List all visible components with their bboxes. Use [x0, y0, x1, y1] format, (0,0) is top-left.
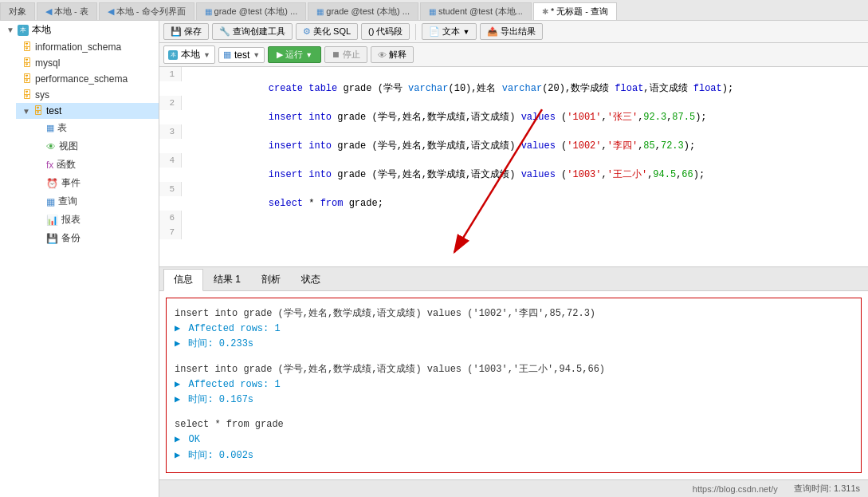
- tab-grade-test1-label: grade @test (本地) ...: [214, 6, 298, 18]
- tab-grade-test2[interactable]: ▦ grade @test (本地) ...: [308, 2, 418, 20]
- save-icon: 💾: [171, 26, 182, 37]
- sidebar-test-label: test: [46, 105, 61, 116]
- db-icon-mysql: 🗄: [22, 57, 32, 69]
- code-line-7: 7: [159, 225, 868, 239]
- toolbar-row2: 本 本地 ▼ ▦ test ▼ ▶ 运行 ▼ ⏹ 停止: [159, 43, 868, 67]
- sidebar-item-test[interactable]: ▼ 🗄 test: [16, 103, 159, 119]
- tab-grade-test1[interactable]: ▦ grade @test (本地) ...: [196, 2, 307, 20]
- output-query-1: insert into grade (学号,姓名,数学成绩,语文成绩) valu…: [175, 306, 853, 321]
- text-button[interactable]: 📄 文本 ▼: [422, 23, 477, 40]
- toolbar-row1: 💾 保存 🔧 查询创建工具 ⚙ 美化 SQL () 代码段 📄 文本: [159, 21, 868, 43]
- output-query-3: select * from grade: [175, 417, 853, 432]
- result-tab-result1[interactable]: 结果 1: [203, 269, 251, 290]
- queries-icon: ▦: [46, 196, 55, 207]
- text-dropdown-icon: ▼: [462, 28, 469, 36]
- sidebar-item-views[interactable]: 👁 视图: [40, 137, 159, 156]
- sidebar-info-schema-label: information_schema: [35, 41, 121, 53]
- sidebar-item-events[interactable]: ⏰ 事件: [40, 174, 159, 192]
- sidebar-perf-schema-label: performance_schema: [35, 73, 128, 85]
- sidebar-item-mysql[interactable]: 🗄 mysql: [16, 55, 159, 71]
- tab-local-cmd[interactable]: ◀ 本地 - 命令列界面: [99, 2, 194, 20]
- sidebar: ▼ 本 本地 🗄 information_schema 🗄 mysql 🗄 pe…: [0, 21, 159, 497]
- editor-wrapper: 1 create table grade (学号 varchar(10),姓名 …: [159, 67, 868, 479]
- tab-object-label: 对象: [9, 6, 26, 18]
- toolbar-sep1: [415, 24, 416, 40]
- db-selector[interactable]: ▦ test ▼: [218, 47, 265, 63]
- sidebar-events-label: 事件: [61, 176, 81, 190]
- sidebar-queries-label: 查询: [58, 195, 77, 208]
- export-icon: 📤: [487, 26, 498, 37]
- content-area: 💾 保存 🔧 查询创建工具 ⚙ 美化 SQL () 代码段 📄 文本: [159, 21, 868, 497]
- result-tab-profile[interactable]: 剖析: [251, 269, 291, 290]
- tab-untitled-query-label: * 无标题 - 查询: [551, 6, 608, 18]
- status-query-time: 查询时间: 1.311s: [794, 483, 860, 495]
- sidebar-functions-label: 函数: [57, 158, 76, 172]
- sidebar-item-local[interactable]: ▼ 本 本地: [0, 21, 159, 39]
- sidebar-item-queries[interactable]: ▦ 查询: [40, 192, 159, 211]
- output-ok-3: ▶ OK: [175, 432, 853, 448]
- stop-button[interactable]: ⏹ 停止: [324, 46, 367, 63]
- db-icon-info-schema: 🗄: [22, 41, 32, 53]
- export-button[interactable]: 📤 导出结果: [480, 23, 543, 40]
- tab-local-table-label: 本地 - 表: [54, 6, 88, 18]
- tab-student-test-label: student @test (本地...: [438, 6, 523, 18]
- connection-selector[interactable]: 本 本地 ▼: [163, 45, 215, 64]
- tab-grade-test2-label: grade @test (本地) ...: [326, 6, 410, 18]
- sidebar-item-functions[interactable]: fx 函数: [40, 156, 159, 174]
- explain-icon: 👁: [378, 50, 387, 60]
- code-line-1: 1 create table grade (学号 varchar(10),姓名 …: [159, 67, 868, 96]
- stop-icon: ⏹: [332, 49, 340, 59]
- sidebar-mysql-label: mysql: [35, 57, 60, 69]
- sidebar-local-label: 本地: [32, 23, 51, 37]
- functions-icon: fx: [46, 160, 53, 171]
- db-dropdown-arrow: ▼: [253, 51, 260, 59]
- result-tab-info[interactable]: 信息: [163, 269, 203, 291]
- tables-icon: ▦: [46, 123, 54, 133]
- sidebar-item-tables[interactable]: ▦ 表: [40, 119, 159, 137]
- reports-icon: 📊: [46, 215, 58, 226]
- backup-icon: 💾: [46, 233, 58, 244]
- tab-object[interactable]: 对象: [0, 2, 35, 20]
- run-button[interactable]: ▶ 运行 ▼: [268, 46, 321, 63]
- explain-button[interactable]: 👁 解释: [371, 46, 414, 63]
- tree-arrow-local: ▼: [6, 26, 14, 34]
- output-section-1: insert into grade (学号,姓名,数学成绩,语文成绩) valu…: [175, 306, 853, 353]
- output-panel: insert into grade (学号,姓名,数学成绩,语文成绩) valu…: [166, 298, 862, 473]
- sidebar-item-backup[interactable]: 💾 备份: [40, 229, 159, 247]
- code-line-2: 2 insert into grade (学号,姓名,数学成绩,语文成绩) va…: [159, 96, 868, 124]
- status-bar: https://blog.csdn.net/y 查询时间: 1.311s: [159, 479, 868, 497]
- result-tabs: 信息 结果 1 剖析 状态: [159, 267, 868, 291]
- text-icon: 📄: [429, 26, 440, 37]
- sidebar-tables-label: 表: [57, 121, 67, 135]
- conn-selector-icon: 本: [168, 50, 178, 60]
- output-section-3: select * from grade ▶ OK ▶ 时间: 0.002s: [175, 417, 853, 463]
- beautify-button[interactable]: ⚙ 美化 SQL: [296, 23, 358, 40]
- query-create-button[interactable]: 🔧 查询创建工具: [212, 23, 293, 40]
- code-line-4: 4 insert into grade (学号,姓名,数学成绩,语文成绩) va…: [159, 153, 868, 182]
- tab-local-table[interactable]: ◀ 本地 - 表: [37, 2, 97, 20]
- code-segment-button[interactable]: () 代码段: [361, 23, 410, 40]
- sidebar-item-perf-schema[interactable]: 🗄 performance_schema: [16, 71, 159, 87]
- sidebar-item-sys[interactable]: 🗄 sys: [16, 87, 159, 103]
- views-icon: 👁: [46, 141, 56, 152]
- sidebar-item-info-schema[interactable]: 🗄 information_schema: [16, 39, 159, 55]
- save-button[interactable]: 💾 保存: [163, 23, 209, 40]
- sidebar-reports-label: 报表: [61, 213, 81, 227]
- output-section-2: insert into grade (学号,姓名,数学成绩,语文成绩) valu…: [175, 362, 853, 408]
- tab-local-cmd-label: 本地 - 命令列界面: [116, 6, 186, 18]
- tab-bar: 对象 ◀ 本地 - 表 ◀ 本地 - 命令列界面 ▦ grade @test (…: [0, 0, 868, 21]
- db-list: 🗄 information_schema 🗄 mysql 🗄 performan…: [0, 39, 159, 247]
- code-editor[interactable]: 1 create table grade (学号 varchar(10),姓名 …: [159, 67, 868, 267]
- conn-dropdown-arrow: ▼: [203, 51, 210, 59]
- events-icon: ⏰: [46, 178, 58, 189]
- tab-student-test[interactable]: ▦ student @test (本地...: [420, 2, 532, 20]
- result-tab-status[interactable]: 状态: [291, 269, 331, 290]
- sidebar-item-reports[interactable]: 📊 报表: [40, 211, 159, 229]
- db-selector-icon: ▦: [223, 49, 231, 60]
- run-dropdown-arrow: ▼: [305, 51, 312, 59]
- run-icon: ▶: [277, 49, 283, 60]
- output-rows-2: ▶ Affected rows: 1: [175, 377, 853, 392]
- tab-untitled-query[interactable]: ✱ * 无标题 - 查询: [533, 2, 617, 20]
- tree-arrow-test: ▼: [22, 107, 30, 116]
- output-query-2: insert into grade (学号,姓名,数学成绩,语文成绩) valu…: [175, 362, 853, 377]
